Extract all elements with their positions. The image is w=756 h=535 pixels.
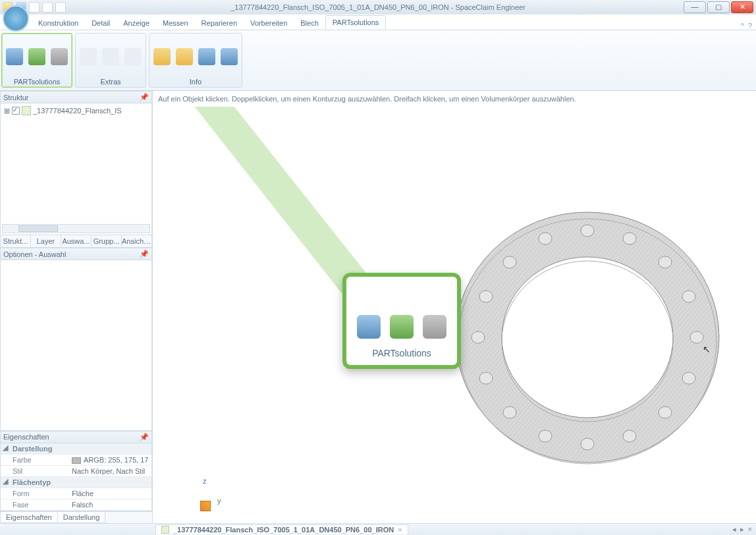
svg-point-21 bbox=[503, 256, 516, 268]
structure-subtabs: Strukt... Layer Auswa... Grupp... Ansich… bbox=[0, 235, 152, 248]
panel-title-options: Optionen - Auswahl📌 bbox=[0, 248, 152, 260]
tab-detail[interactable]: Detail bbox=[85, 16, 117, 30]
btab-eigenschaften[interactable]: Eigenschaften bbox=[0, 512, 58, 523]
svg-point-15 bbox=[581, 438, 594, 450]
callout-insert-icon bbox=[357, 315, 381, 339]
svg-point-19 bbox=[472, 331, 485, 343]
subtab-auswahl[interactable]: Auswa... bbox=[61, 235, 92, 247]
btab-darstellung[interactable]: Darstellung bbox=[57, 512, 106, 523]
group-label: Info bbox=[190, 78, 202, 86]
psk-icon[interactable] bbox=[80, 48, 97, 65]
group-label: PARTsolutions bbox=[14, 78, 61, 86]
collapse-ribbon-icon[interactable]: ^ bbox=[741, 22, 744, 30]
help-icon[interactable]: ? bbox=[748, 22, 752, 30]
svg-point-14 bbox=[623, 430, 636, 442]
tab-konstruktion[interactable]: Konstruktion bbox=[32, 16, 85, 30]
flange-model[interactable] bbox=[429, 179, 745, 495]
insert-part-icon[interactable] bbox=[6, 48, 23, 65]
selection-hint: Auf ein Objekt klicken. Doppelklicken, u… bbox=[153, 91, 756, 107]
maximize-button[interactable]: ▢ bbox=[707, 1, 730, 13]
subtab-struktur[interactable]: Strukt... bbox=[1, 235, 31, 247]
tab-partsolutions[interactable]: PARTsolutions bbox=[325, 15, 387, 30]
tab-messen[interactable]: Messen bbox=[156, 16, 195, 30]
document-tab-label: _13777844220_Flansch_ISO_7005_1_01A_DN45… bbox=[173, 526, 394, 534]
extras-icon-2[interactable] bbox=[102, 48, 119, 65]
subtab-layer[interactable]: Layer bbox=[31, 235, 61, 247]
qat-dropdown[interactable] bbox=[29, 2, 40, 13]
svg-point-11 bbox=[690, 331, 703, 343]
visibility-checkbox[interactable] bbox=[12, 107, 20, 115]
tab-close-icon[interactable]: × bbox=[748, 525, 752, 534]
catalog-icon[interactable] bbox=[28, 48, 45, 65]
expand-icon[interactable]: ⊞ bbox=[3, 107, 10, 115]
info-tool-icon[interactable] bbox=[153, 48, 171, 65]
tab-blech[interactable]: Blech bbox=[294, 16, 325, 30]
options-body bbox=[0, 260, 152, 431]
svg-point-8 bbox=[623, 233, 636, 244]
svg-point-16 bbox=[539, 430, 552, 442]
color-swatch[interactable] bbox=[72, 457, 81, 464]
svg-point-5 bbox=[502, 257, 673, 418]
pin-icon[interactable]: 📌 bbox=[140, 250, 149, 258]
svg-point-13 bbox=[659, 407, 672, 418]
horizontal-scrollbar[interactable] bbox=[2, 224, 150, 233]
document-icon bbox=[161, 526, 169, 534]
tab-next-icon[interactable]: ▸ bbox=[740, 525, 744, 534]
svg-point-20 bbox=[479, 291, 493, 302]
redo-button[interactable] bbox=[55, 2, 66, 13]
tree-root-item[interactable]: ⊞ _13777844220_Flansch_IS bbox=[3, 106, 149, 115]
group-extras: Extras bbox=[75, 33, 146, 88]
info-about-icon[interactable] bbox=[221, 48, 238, 65]
pin-icon[interactable]: 📌 bbox=[140, 433, 149, 441]
panel-title-properties: Eigenschaften📌 bbox=[0, 431, 152, 443]
extras-icon-3[interactable] bbox=[124, 48, 142, 65]
cursor-icon: ↖ bbox=[703, 344, 711, 354]
viewport[interactable]: Auf ein Objekt klicken. Doppelklicken, u… bbox=[153, 91, 756, 523]
info-user-icon[interactable] bbox=[176, 48, 193, 65]
bottom-tabs: Eigenschaften Darstellung bbox=[0, 511, 152, 523]
tab-reparieren[interactable]: Reparieren bbox=[195, 16, 244, 30]
partsolutions-callout: PARTsolutions bbox=[342, 273, 461, 369]
application-button[interactable] bbox=[3, 5, 29, 32]
svg-marker-0 bbox=[179, 107, 370, 304]
group-label: Extras bbox=[100, 78, 121, 86]
tab-anzeige[interactable]: Anzeige bbox=[117, 16, 156, 30]
close-button[interactable]: ✕ bbox=[731, 1, 753, 13]
document-tab-bar: _13777844220_Flansch_ISO_7005_1_01A_DN45… bbox=[0, 523, 756, 535]
undo-button[interactable] bbox=[42, 2, 53, 13]
ribbon-body: PARTsolutions Extras Info bbox=[0, 30, 756, 91]
group-info: Info bbox=[149, 33, 242, 88]
svg-point-9 bbox=[659, 256, 672, 268]
svg-point-18 bbox=[479, 372, 493, 384]
callout-gear-icon bbox=[423, 315, 446, 339]
window-title: _13777844220_Flansch_ISO_7005_1_01A_DN45… bbox=[230, 3, 526, 11]
svg-point-12 bbox=[682, 372, 695, 384]
properties-grid: ◢Darstellung FarbeARGB: 255, 175, 17 Sti… bbox=[0, 443, 152, 511]
close-tab-icon[interactable]: × bbox=[398, 526, 402, 534]
tab-vorbereiten[interactable]: Vorbereiten bbox=[244, 16, 294, 30]
pin-icon[interactable]: 📌 bbox=[140, 93, 149, 101]
callout-catalog-icon bbox=[390, 315, 414, 339]
subtab-ansichten[interactable]: Ansicht... bbox=[122, 235, 151, 247]
title-bar: _13777844220_Flansch_ISO_7005_1_01A_DN45… bbox=[0, 0, 756, 14]
tree-item-label: _13777844220_Flansch_IS bbox=[33, 107, 122, 115]
structure-tree[interactable]: ⊞ _13777844220_Flansch_IS bbox=[0, 103, 152, 235]
svg-point-17 bbox=[503, 407, 516, 418]
info-help-icon[interactable] bbox=[198, 48, 215, 65]
panel-title-structure: Struktur📌 bbox=[0, 91, 152, 103]
minimize-button[interactable]: — bbox=[684, 1, 706, 13]
svg-point-7 bbox=[581, 225, 594, 237]
settings-gear-icon[interactable] bbox=[51, 48, 68, 65]
subtab-gruppen[interactable]: Grupp... bbox=[92, 235, 122, 247]
svg-point-10 bbox=[682, 291, 695, 302]
part-icon bbox=[22, 106, 31, 115]
document-tab[interactable]: _13777844220_Flansch_ISO_7005_1_01A_DN45… bbox=[155, 524, 408, 534]
group-partsolutions: PARTsolutions bbox=[1, 33, 72, 88]
callout-label: PARTsolutions bbox=[372, 348, 431, 358]
ribbon-tab-strip: Konstruktion Detail Anzeige Messen Repar… bbox=[0, 14, 756, 30]
left-panel: Struktur📌 ⊞ _13777844220_Flansch_IS Stru… bbox=[0, 91, 153, 523]
tab-prev-icon[interactable]: ◂ bbox=[732, 525, 736, 534]
triad-cube-icon[interactable] bbox=[200, 501, 211, 511]
svg-point-22 bbox=[539, 233, 552, 244]
